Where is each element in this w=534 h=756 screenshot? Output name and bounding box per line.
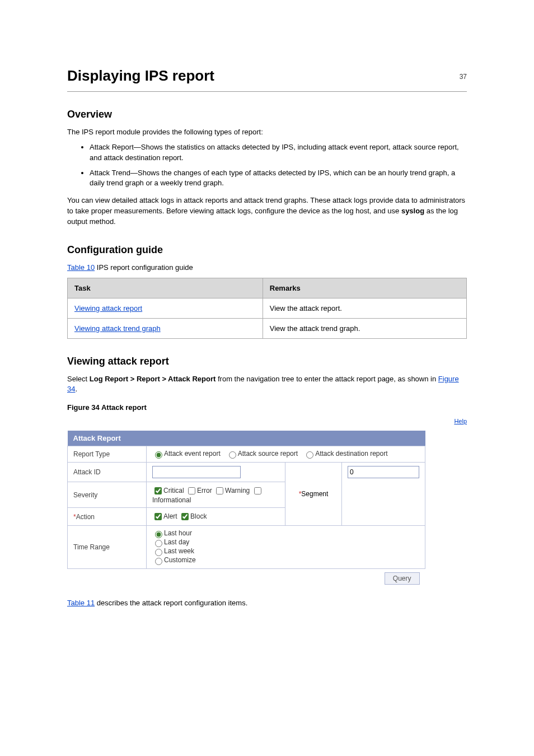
attack-report-header: Attack Report <box>68 431 425 446</box>
radio-last-day-input[interactable] <box>155 540 162 547</box>
radio-attack-source-input[interactable] <box>229 451 236 459</box>
radio-attack-dest-input[interactable] <box>306 451 313 459</box>
figure-caption: Figure 34 Attack report <box>67 403 467 413</box>
report-type-options: Attack event report Attack source report… <box>147 446 425 463</box>
remarks-1: View the attack trend graph. <box>263 318 466 338</box>
radio-last-week[interactable]: Last week <box>152 547 194 555</box>
time-range-label: Time Range <box>68 526 147 569</box>
table-row: Viewing attack report View the attack re… <box>68 298 467 318</box>
segment-input[interactable] <box>348 466 419 478</box>
radio-customize-input[interactable] <box>155 558 162 565</box>
config-guide-table: Task Remarks Viewing attack report View … <box>67 278 467 339</box>
attack-id-input[interactable] <box>152 466 241 478</box>
chk-warning[interactable]: Warning <box>214 487 250 494</box>
viewing-heading: Viewing attack report <box>67 356 467 367</box>
overview-bullet-1: Attack Trend—Shows the changes of each t… <box>90 168 467 189</box>
chk-critical-input[interactable] <box>154 487 162 494</box>
radio-attack-event-input[interactable] <box>155 451 162 459</box>
task-link-1[interactable]: Viewing attack trend graph <box>74 324 161 333</box>
table11-desc: Table 11 describes the attack report con… <box>67 598 467 609</box>
remarks-0: View the attack report. <box>263 298 466 318</box>
chk-error[interactable]: Error <box>186 487 212 494</box>
table10-link[interactable]: Table 10 <box>67 263 95 272</box>
segment-label-cell: *Segment <box>285 463 342 526</box>
config-guide-heading: Configuration guide <box>67 244 467 256</box>
chk-alert-input[interactable] <box>154 513 162 520</box>
query-button[interactable]: Query <box>385 572 420 585</box>
radio-last-hour-input[interactable] <box>155 531 162 538</box>
chk-informational-input[interactable] <box>254 487 261 494</box>
chk-block-input[interactable] <box>181 513 189 520</box>
attack-report-panel: Attack Report Report Type Attack event r… <box>67 431 425 588</box>
attack-id-label: Attack ID <box>68 463 147 482</box>
report-type-label: Report Type <box>68 446 147 463</box>
radio-attack-event[interactable]: Attack event report <box>152 450 221 458</box>
radio-attack-dest[interactable]: Attack destination report <box>303 450 387 458</box>
table10-caption-desc: IPS report configuration guide <box>97 263 193 272</box>
chk-warning-input[interactable] <box>216 487 223 494</box>
radio-last-week-input[interactable] <box>155 549 162 556</box>
help-link[interactable]: Help <box>454 418 467 424</box>
chk-error-input[interactable] <box>188 487 195 494</box>
task-link-0[interactable]: Viewing attack report <box>74 304 142 312</box>
severity-label: Severity <box>68 482 147 508</box>
overview-p1: The IPS report module provides the follo… <box>67 127 467 138</box>
radio-last-day[interactable]: Last day <box>152 538 189 546</box>
col-remarks: Remarks <box>263 278 466 298</box>
chapter-title: Displaying IPS report <box>67 67 467 88</box>
table10-caption: Table 10 IPS report configuration guide <box>67 263 467 273</box>
viewing-intro: Select Log Report > Report > Attack Repo… <box>67 374 467 395</box>
chk-alert[interactable]: Alert <box>152 512 177 520</box>
radio-customize[interactable]: Customize <box>152 556 196 564</box>
action-label: *Action <box>68 508 147 526</box>
overview-heading: Overview <box>67 109 467 120</box>
overview-p2: You can view detailed attack logs in att… <box>67 195 467 227</box>
radio-last-hour[interactable]: Last hour <box>152 529 192 537</box>
page-number: 37 <box>460 73 467 81</box>
overview-p2-bold: syslog <box>401 207 424 215</box>
col-task: Task <box>68 278 263 298</box>
overview-bullet-0: Attack Report—Shows the statistics on at… <box>90 142 467 164</box>
table-row: Viewing attack trend graph View the atta… <box>68 318 467 338</box>
radio-attack-source[interactable]: Attack source report <box>226 450 298 458</box>
chk-block[interactable]: Block <box>179 512 207 520</box>
chk-critical[interactable]: Critical <box>152 487 184 494</box>
table11-link[interactable]: Table 11 <box>67 599 95 607</box>
